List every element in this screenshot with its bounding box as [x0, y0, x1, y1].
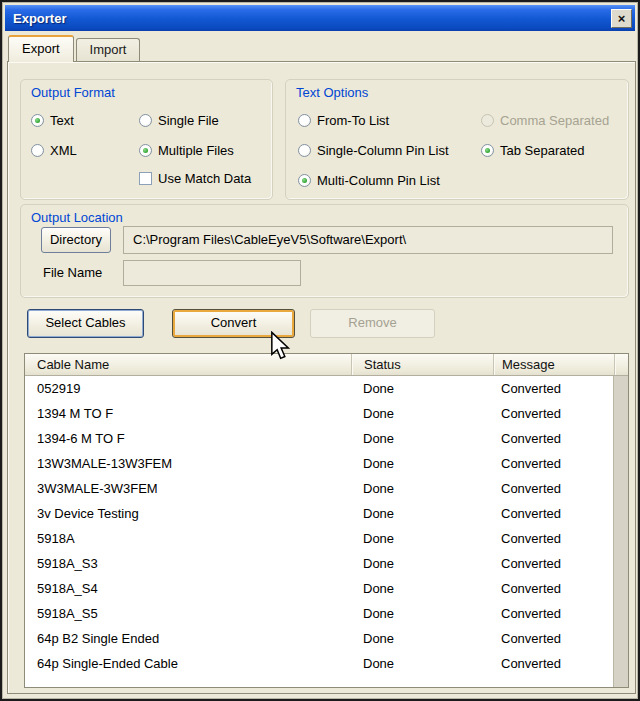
column-header-status[interactable]: Status	[351, 354, 493, 375]
cell-cable-name: 5918A	[25, 526, 351, 551]
table-row[interactable]: 5918ADoneConverted	[25, 526, 613, 551]
file-name-input[interactable]	[123, 260, 301, 286]
radio-xml[interactable]: XML	[31, 141, 77, 159]
file-name-label: File Name	[43, 265, 102, 280]
export-tab-panel: Output Format Text XML Single File Multi…	[7, 61, 636, 694]
radio-tab-separated[interactable]: Tab Separated	[481, 141, 585, 159]
column-header-cable-name[interactable]: Cable Name	[25, 354, 351, 375]
radio-button-icon	[298, 174, 311, 187]
table-row[interactable]: 1394 M TO FDoneConverted	[25, 401, 613, 426]
cell-message: Converted	[493, 626, 613, 651]
cell-cable-name: 1394 M TO F	[25, 401, 351, 426]
table-row[interactable]: 5918A_S5DoneConverted	[25, 601, 613, 626]
comma-separated-label: Comma Separated	[500, 113, 609, 128]
radio-button-icon	[31, 144, 44, 157]
text-options-caption: Text Options	[296, 85, 368, 100]
radio-button-icon	[139, 144, 152, 157]
cell-status: Done	[351, 526, 493, 551]
output-location-caption: Output Location	[31, 210, 123, 225]
mouse-cursor-icon	[271, 331, 292, 362]
radio-button-icon	[481, 144, 494, 157]
radio-button-icon	[139, 114, 152, 127]
directory-path-field[interactable]: C:\Program Files\CableEyeV5\Software\Exp…	[123, 226, 613, 254]
tab-strip: Export Import	[8, 35, 142, 61]
table-row[interactable]: 3v Device TestingDoneConverted	[25, 501, 613, 526]
cell-cable-name: 3W3MALE-3W3FEM	[25, 476, 351, 501]
radio-from-to-list[interactable]: From-To List	[298, 111, 389, 129]
radio-multiple-files-label: Multiple Files	[158, 143, 234, 158]
title-bar: Exporter ×	[5, 5, 635, 31]
column-header-filler	[614, 354, 628, 375]
cell-status: Done	[351, 651, 493, 676]
cell-status: Done	[351, 426, 493, 451]
cell-cable-name: 64p B2 Single Ended	[25, 626, 351, 651]
select-cables-button[interactable]: Select Cables	[27, 309, 144, 338]
cell-cable-name: 5918A_S4	[25, 576, 351, 601]
cell-cable-name: 3v Device Testing	[25, 501, 351, 526]
radio-button-icon	[31, 114, 44, 127]
cell-status: Done	[351, 376, 493, 401]
cell-message: Converted	[493, 651, 613, 676]
table-row[interactable]: 64p B2 Single EndedDoneConverted	[25, 626, 613, 651]
tab-separated-label: Tab Separated	[500, 143, 585, 158]
table-row[interactable]: 5918A_S4DoneConverted	[25, 576, 613, 601]
cell-message: Converted	[493, 476, 613, 501]
cell-status: Done	[351, 451, 493, 476]
table-header: Cable Name Status Message	[25, 354, 628, 376]
cell-message: Converted	[493, 451, 613, 476]
radio-xml-label: XML	[50, 143, 77, 158]
cell-message: Converted	[493, 426, 613, 451]
table-row[interactable]: 1394-6 M TO FDoneConverted	[25, 426, 613, 451]
cell-status: Done	[351, 626, 493, 651]
column-header-message[interactable]: Message	[493, 354, 614, 375]
use-match-data-label: Use Match Data	[158, 171, 251, 186]
table-body: 052919DoneConverted1394 M TO FDoneConver…	[25, 376, 613, 687]
tab-export[interactable]: Export	[8, 35, 74, 62]
tab-import[interactable]: Import	[76, 38, 141, 61]
output-format-caption: Output Format	[31, 85, 115, 100]
cell-message: Converted	[493, 401, 613, 426]
cell-cable-name: 13W3MALE-13W3FEM	[25, 451, 351, 476]
radio-single-file-label: Single File	[158, 113, 219, 128]
radio-multiple-files[interactable]: Multiple Files	[139, 141, 234, 159]
exporter-dialog: Exporter × Export Import Output Format T…	[0, 0, 640, 701]
cell-status: Done	[351, 476, 493, 501]
close-icon[interactable]: ×	[611, 9, 632, 28]
cell-cable-name: 5918A_S3	[25, 551, 351, 576]
output-format-group: Output Format Text XML Single File Multi…	[20, 79, 273, 200]
radio-button-icon	[481, 114, 494, 127]
single-column-pin-list-label: Single-Column Pin List	[317, 143, 449, 158]
table-row[interactable]: 64p Single-Ended CableDoneConverted	[25, 651, 613, 676]
cable-results-table: Cable Name Status Message 052919DoneConv…	[24, 353, 629, 688]
radio-multi-column-pin-list[interactable]: Multi-Column Pin List	[298, 171, 440, 189]
cell-cable-name: 64p Single-Ended Cable	[25, 651, 351, 676]
multi-column-pin-list-label: Multi-Column Pin List	[317, 173, 440, 188]
remove-button: Remove	[310, 309, 435, 338]
checkbox-icon	[139, 172, 152, 185]
directory-button[interactable]: Directory	[41, 227, 111, 253]
output-location-group: Output Location Directory C:\Program Fil…	[20, 204, 629, 298]
table-row[interactable]: 3W3MALE-3W3FEMDoneConverted	[25, 476, 613, 501]
radio-single-column-pin-list[interactable]: Single-Column Pin List	[298, 141, 449, 159]
table-row[interactable]: 5918A_S3DoneConverted	[25, 551, 613, 576]
cell-status: Done	[351, 401, 493, 426]
table-row[interactable]: 052919DoneConverted	[25, 376, 613, 401]
cell-status: Done	[351, 576, 493, 601]
cell-message: Converted	[493, 376, 613, 401]
text-options-group: Text Options From-To List Single-Column …	[285, 79, 629, 200]
table-row[interactable]: 13W3MALE-13W3FEMDoneConverted	[25, 451, 613, 476]
cell-message: Converted	[493, 551, 613, 576]
cell-message: Converted	[493, 526, 613, 551]
scrollbar-gutter	[613, 376, 628, 687]
window-frame: Exporter × Export Import Output Format T…	[0, 0, 640, 701]
checkbox-use-match-data[interactable]: Use Match Data	[139, 169, 251, 187]
window-title: Exporter	[13, 11, 611, 26]
radio-text-label: Text	[50, 113, 74, 128]
cell-cable-name: 5918A_S5	[25, 601, 351, 626]
from-to-list-label: From-To List	[317, 113, 389, 128]
cell-status: Done	[351, 551, 493, 576]
radio-button-icon	[298, 144, 311, 157]
radio-single-file[interactable]: Single File	[139, 111, 219, 129]
radio-button-icon	[298, 114, 311, 127]
radio-text[interactable]: Text	[31, 111, 74, 129]
